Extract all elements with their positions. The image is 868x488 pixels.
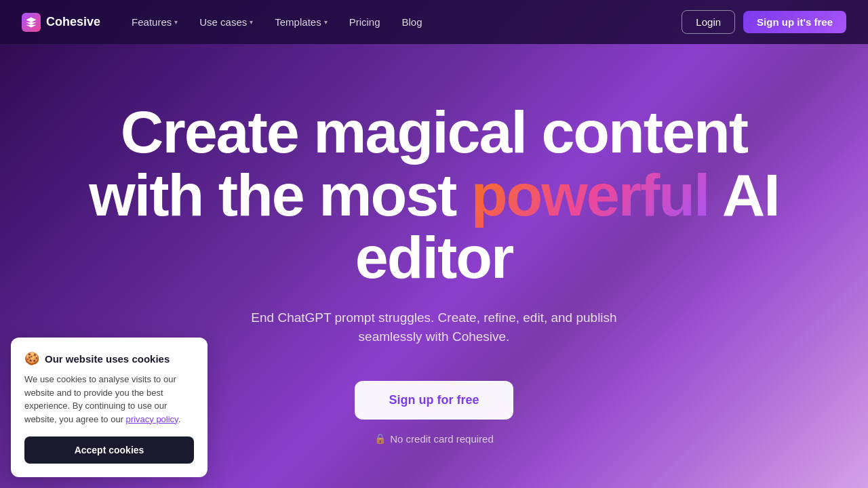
hero-cta-button[interactable]: Sign up for free [355,381,513,420]
cookie-header: 🍪 Our website uses cookies [24,351,194,366]
nav-item-features[interactable]: Features ▾ [122,11,187,33]
nav-item-use-cases[interactable]: Use cases ▾ [190,11,262,33]
nav-item-templates[interactable]: Templates ▾ [265,11,336,33]
nav-templates-chevron: ▾ [324,18,328,26]
nav-links: Features ▾ Use cases ▾ Templates ▾ Prici… [122,11,682,33]
accept-cookies-button[interactable]: Accept cookies [24,436,194,464]
nav-templates-label: Templates [275,16,321,28]
privacy-policy-link[interactable]: privacy policy [126,414,178,424]
nav-item-blog[interactable]: Blog [393,11,432,33]
no-credit-row: 🔒 No credit card required [374,433,494,445]
cookie-emoji: 🍪 [24,351,39,366]
nav-blog-label: Blog [402,16,422,28]
hero-title-line2: with the most powerful AI editor [89,161,778,291]
hero-title-line2-prefix: with the most [89,161,471,228]
hero-title-line1: Create magical content [121,98,747,165]
signup-button[interactable]: Sign up it's free [743,11,846,33]
nav-features-label: Features [132,16,172,28]
cookie-title: Our website uses cookies [45,353,170,365]
logo-icon [22,13,41,32]
nav-use-cases-chevron: ▾ [250,18,253,26]
brand-logo[interactable]: Cohesive [22,13,100,32]
logo-svg [25,16,37,28]
nav-pricing-label: Pricing [349,16,380,28]
no-credit-label: No credit card required [390,433,494,445]
cookie-body-text: We use cookies to analyse visits to our … [24,373,194,426]
signup-label: Sign up it's free [757,16,833,28]
hero-title-highlight: powerful [471,161,709,228]
nav-use-cases-label: Use cases [199,16,247,28]
lock-icon: 🔒 [374,433,386,444]
hero-subtitle: End ChatGPT prompt struggles. Create, re… [224,308,644,347]
login-button[interactable]: Login [682,10,735,34]
cookie-period: . [178,414,181,424]
nav-actions: Login Sign up it's free [682,10,846,34]
nav-item-pricing[interactable]: Pricing [340,11,390,33]
nav-features-chevron: ▾ [174,18,178,26]
cookie-banner: 🍪 Our website uses cookies We use cookie… [11,338,208,477]
navbar: Cohesive Features ▾ Use cases ▾ Template… [0,0,868,44]
brand-name: Cohesive [46,15,100,29]
hero-title: Create magical content with the most pow… [61,101,807,289]
